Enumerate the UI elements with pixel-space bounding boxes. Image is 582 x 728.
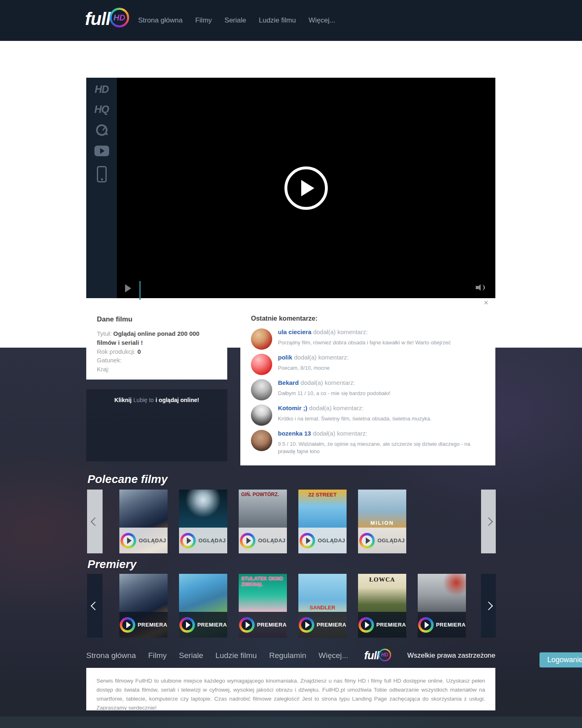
- poster-caption: ŁOWCA: [360, 576, 404, 583]
- footer-nav-regulamin[interactable]: Regulamin: [269, 651, 306, 660]
- comment-author-link[interactable]: Bekard: [278, 379, 299, 386]
- logo-text: full: [85, 10, 110, 28]
- hd-quality-button[interactable]: HD: [94, 84, 108, 94]
- comment-author-link[interactable]: bozenka 13: [278, 430, 311, 437]
- comment-author-link[interactable]: polik: [278, 354, 292, 361]
- avatar[interactable]: [251, 379, 272, 400]
- comment-added-label: dodał(a) komentarz:: [300, 379, 355, 386]
- comment-text: 9.5 / 10. Widziałałm, że opinie są miesz…: [278, 440, 486, 455]
- carousel-next-button[interactable]: [481, 574, 496, 638]
- footer-logo-hd-icon: HD: [378, 649, 391, 661]
- volume-icon[interactable]: [476, 284, 485, 291]
- play-logo-icon: [358, 617, 374, 633]
- chevron-left-icon: [90, 517, 99, 526]
- big-play-button[interactable]: [284, 166, 328, 210]
- chevron-left-icon: [90, 601, 99, 610]
- footer-logo-text: full: [364, 650, 379, 661]
- premiere-button[interactable]: PREMIERA: [119, 612, 168, 638]
- film-info-rows: Tytuł: Oglądaj online ponad 200 000 film…: [97, 329, 217, 374]
- premiere-button[interactable]: PREMIERA: [298, 612, 347, 638]
- youtube-play-icon[interactable]: [94, 146, 109, 156]
- like-box-like-label: Lubię to: [133, 397, 154, 403]
- poster-caption: GIŃ. POWTÓRZ.: [241, 492, 284, 497]
- play-logo-icon: [240, 533, 255, 548]
- video-player: HD HQ: [86, 78, 495, 298]
- comment-text: Dałbym 11 / 10, a co - mie się bardzo po…: [278, 390, 486, 397]
- login-button[interactable]: Logowanie: [539, 652, 582, 667]
- chevron-right-icon: [484, 601, 492, 610]
- player-quality-sidebar: HD HQ: [86, 78, 117, 298]
- footer-nav-wiecej[interactable]: Więcej...: [318, 651, 348, 660]
- main-nav: Strona główna Filmy Seriale Ludzie filmu…: [138, 0, 335, 41]
- carousel-next-button[interactable]: [481, 490, 496, 553]
- footer-logo[interactable]: full HD: [364, 650, 391, 661]
- watch-button[interactable]: OGLĄDAJ: [358, 528, 406, 553]
- hq-quality-button[interactable]: HQ: [94, 104, 109, 115]
- poster-stulatek[interactable]: STULATEK OKNO ZNIKNĄŁ PREMIERA: [239, 574, 287, 638]
- site-logo[interactable]: full HD: [85, 10, 129, 28]
- quicktime-icon[interactable]: [96, 124, 107, 136]
- nav-item-seriale[interactable]: Seriale: [224, 16, 246, 25]
- footer-nav-ludzie-filmu[interactable]: Ludzie filmu: [215, 651, 257, 660]
- comment-added-label: dodał(a) komentarz:: [313, 430, 367, 437]
- film-year-value: 0: [137, 348, 141, 355]
- poster-caption: SANDLER: [301, 604, 344, 611]
- poster-milion[interactable]: MILION OGLĄDAJ: [358, 490, 406, 553]
- comment-added-label: dodał(a) komentarz:: [309, 404, 363, 411]
- carousel-prev-button[interactable]: [87, 574, 103, 638]
- progress-marker: [139, 281, 141, 300]
- footer-nav-filmy[interactable]: Filmy: [148, 651, 166, 660]
- comment-author-link[interactable]: Kotomir ;): [278, 404, 307, 411]
- poster-na-skraju-jutra[interactable]: GIŃ. POWTÓRZ. OGLĄDAJ: [239, 490, 287, 553]
- film-info-heading: Dane filmu: [97, 315, 217, 324]
- premiere-button[interactable]: PREMIERA: [239, 612, 287, 638]
- film-country-label: Kraj:: [97, 366, 110, 373]
- premiere-button[interactable]: PREMIERA: [179, 612, 227, 638]
- footer-nav-seriale[interactable]: Seriale: [179, 651, 203, 660]
- poster-transformers[interactable]: OGLĄDAJ: [119, 490, 168, 553]
- copyright-text: Wszelkie prawa zastrzeżone: [407, 652, 495, 660]
- nav-item-strona-glowna[interactable]: Strona główna: [138, 16, 183, 25]
- poster-transformers-premiere[interactable]: PREMIERA: [119, 574, 168, 638]
- watch-button[interactable]: OGLĄDAJ: [119, 528, 168, 553]
- poster-jak-wytresowac-smoka[interactable]: PREMIERA: [179, 574, 227, 638]
- comment-item: ula cieciera dodał(a) komentarz: Porządn…: [251, 328, 486, 350]
- avatar[interactable]: [251, 328, 272, 350]
- footer-nav-strona-glowna[interactable]: Strona główna: [86, 651, 136, 660]
- watch-button[interactable]: OGLĄDAJ: [179, 528, 227, 553]
- comment-author-link[interactable]: ula cieciera: [278, 328, 311, 335]
- mobile-phone-icon[interactable]: [97, 166, 107, 182]
- premiere-button[interactable]: PREMIERA: [418, 612, 466, 638]
- watch-button[interactable]: OGLĄDAJ: [239, 528, 287, 553]
- carousel-prev-button[interactable]: [87, 490, 103, 553]
- avatar[interactable]: [251, 354, 272, 375]
- play-logo-icon: [300, 533, 315, 548]
- facebook-like-box[interactable]: Kliknij Lubię to i oglądaj online!: [86, 389, 227, 461]
- poster-22-jump-street[interactable]: 22 STREET OGLĄDAJ: [298, 490, 347, 553]
- poster-car-movie[interactable]: PREMIERA: [418, 574, 466, 638]
- poster-sandler[interactable]: SANDLER PREMIERA: [298, 574, 347, 638]
- recommended-carousel: OGLĄDAJ OGLĄDAJ GIŃ. POWTÓRZ. OGLĄDAJ 22…: [86, 490, 495, 553]
- play-logo-icon: [120, 617, 135, 633]
- player-play-control-icon[interactable]: [125, 284, 131, 292]
- comment-added-label: dodał(a) komentarz:: [313, 328, 367, 335]
- nav-item-wiecej[interactable]: Więcej...: [309, 16, 335, 25]
- nav-item-ludzie-filmu[interactable]: Ludzie filmu: [259, 16, 296, 25]
- video-area[interactable]: [117, 78, 495, 298]
- comment-item: bozenka 13 dodał(a) komentarz: 9.5 / 10.…: [251, 430, 486, 455]
- comment-item: Bekard dodał(a) komentarz: Dałbym 11 / 1…: [251, 379, 486, 400]
- poster-caption: MILION: [360, 520, 404, 526]
- watch-button[interactable]: OGLĄDAJ: [298, 528, 347, 553]
- play-logo-icon: [299, 617, 314, 633]
- poster-czarownica[interactable]: OGLĄDAJ: [179, 490, 227, 553]
- close-icon[interactable]: ×: [484, 299, 489, 306]
- poster-lowca[interactable]: ŁOWCA PREMIERA: [358, 574, 406, 638]
- nav-item-filmy[interactable]: Filmy: [195, 16, 212, 25]
- avatar[interactable]: [251, 430, 272, 451]
- film-info-panel: Dane filmu Tytuł: Oglądaj online ponad 2…: [86, 305, 227, 380]
- site-description-text: Serwis filmowy FullHD to ulubione miejsc…: [96, 676, 485, 712]
- background-bottom-band: [0, 717, 582, 728]
- premiere-button[interactable]: PREMIERA: [358, 612, 406, 638]
- like-box-suffix: i oglądaj online!: [156, 397, 199, 403]
- avatar[interactable]: [251, 404, 272, 426]
